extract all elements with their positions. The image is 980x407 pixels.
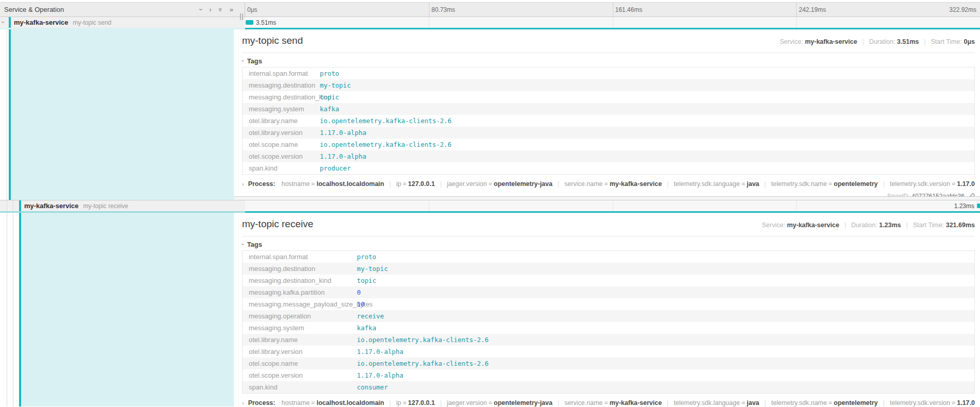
operation-name[interactable]: my-topic receive [83, 202, 128, 210]
tag-key: span.kind [243, 164, 320, 172]
tag-row[interactable]: messaging.message_payload_size_bytes 10 [243, 298, 974, 310]
process-value: 1.17.0 [957, 180, 975, 188]
tags-chevron-icon[interactable]: › [242, 58, 244, 64]
span-color-bar [9, 17, 11, 28]
span-row-send-name-cell[interactable]: › my-kafka-service my-topic send [0, 17, 245, 29]
tag-key: messaging.destination [243, 81, 320, 89]
process-value: opentelemetry [834, 180, 878, 188]
row-gridline [613, 17, 613, 28]
tag-row[interactable]: messaging.system kafka [243, 103, 974, 115]
service-name[interactable]: my-kafka-service [24, 202, 79, 210]
process-key: telemetry.sdk.version [890, 180, 950, 188]
span-detail-title[interactable]: my-topic send [242, 34, 303, 47]
span-detail-header[interactable]: my-topic receive Service: my-kafka-servi… [242, 217, 975, 232]
overview-value: my-kafka-service [787, 222, 839, 229]
tag-row[interactable]: messaging.operation receive [243, 310, 974, 322]
process-value: opentelemetry-java [494, 399, 553, 406]
tag-row[interactable]: messaging.kafka.partition 0 [243, 286, 974, 298]
tag-row[interactable]: span.kind consumer [243, 381, 974, 393]
process-chevron-icon[interactable]: › [242, 181, 244, 187]
tag-row[interactable]: otel.scope.name io.opentelemetry.kafka-c… [243, 139, 974, 150]
tag-row[interactable]: otel.scope.version 1.17.0-alpha [243, 369, 974, 381]
process-key: hostname [281, 180, 310, 188]
span-duration-bar[interactable] [246, 20, 253, 25]
column-resizer-handle[interactable] [240, 13, 243, 20]
overview-key: Duration: [851, 222, 878, 229]
tags-table: internal.span.format proto messaging.des… [242, 250, 975, 394]
span-row-receive-name-cell[interactable]: my-kafka-service my-topic receive [0, 200, 245, 213]
span-tree-fill [11, 29, 234, 200]
expand-all-icon[interactable]: » [230, 6, 233, 13]
span-detail-wrapper: my-topic receive Service: my-kafka-servi… [234, 213, 980, 406]
tag-value: io.opentelemetry.kafka-clients-2.6 [320, 141, 452, 148]
tag-row[interactable]: internal.span.format proto [243, 67, 974, 79]
tag-value: kafka [320, 105, 339, 113]
span-duration-bar[interactable] [977, 204, 980, 208]
tags-header[interactable]: › Tags [242, 57, 975, 65]
tag-value: proto [320, 70, 339, 77]
tag-value: kafka [357, 324, 376, 332]
span-detail-indent-rail [0, 29, 234, 200]
overview-item: Start Time: 321.69ms [901, 222, 975, 229]
span-duration-label: 3.51ms [256, 19, 276, 26]
process-value: my-kafka-service [610, 180, 662, 188]
children-collapse-chevron-icon[interactable]: › [2, 19, 4, 26]
expand-one-icon[interactable]: › [209, 6, 211, 13]
span-row-receive-timeline-cell[interactable]: 1.23ms [245, 200, 980, 213]
overview-key: Start Time: [931, 38, 962, 45]
process-row[interactable]: › Process: hostname=localhost.localdomai… [242, 398, 975, 406]
tags-title: Tags [247, 57, 262, 65]
tag-row[interactable]: otel.library.name io.opentelemetry.kafka… [243, 115, 974, 127]
process-row[interactable]: › Process: hostname=localhost.localdomai… [242, 179, 975, 189]
tag-value: receive [357, 312, 384, 320]
process-key: telemetry.sdk.name [771, 399, 827, 406]
row-gridline [429, 200, 429, 211]
tag-key: messaging.destination_kind [243, 277, 357, 284]
span-detail-title[interactable]: my-topic receive [242, 217, 313, 231]
tag-row[interactable]: messaging.system kafka [243, 322, 974, 334]
tag-value: 1.17.0-alpha [357, 371, 403, 379]
tags-chevron-icon[interactable]: › [242, 241, 244, 247]
tag-row[interactable]: messaging.destination my-topic [243, 79, 974, 91]
tags-header[interactable]: › Tags [242, 240, 975, 248]
tag-row[interactable]: otel.scope.name io.opentelemetry.kafka-c… [243, 358, 974, 369]
row-gridline [796, 200, 797, 211]
tag-value: 10 [357, 300, 365, 308]
tag-key: span.kind [243, 383, 357, 391]
deep-link-icon[interactable] [968, 193, 975, 197]
service-name[interactable]: my-kafka-service [14, 19, 68, 26]
tag-key: otel.library.version [243, 348, 357, 355]
span-row-receive[interactable]: my-kafka-service my-topic receive 1.23ms [0, 200, 980, 213]
tag-row[interactable]: internal.span.format proto [243, 251, 974, 263]
row-gridline [429, 17, 429, 28]
tag-row[interactable]: span.kind producer [243, 162, 974, 174]
process-item: hostname=localhost.localdomain [281, 180, 384, 188]
span-detail-row-receive: my-topic receive Service: my-kafka-servi… [0, 213, 980, 406]
tag-key: messaging.system [243, 105, 320, 113]
process-value: java [747, 399, 759, 406]
span-row-send-timeline-cell[interactable]: 3.51ms [245, 17, 980, 29]
operation-name[interactable]: my-topic send [73, 19, 112, 26]
span-detail-indent-rail [0, 213, 234, 406]
tag-row[interactable]: otel.library.version 1.17.0-alpha [243, 346, 974, 358]
timeline-collapser: › › » » [200, 6, 233, 13]
tag-row[interactable]: messaging.destination_kind topic [243, 91, 974, 103]
tag-row[interactable]: otel.library.version 1.17.0-alpha [243, 127, 974, 139]
process-item: jaeger.version=opentelemetry-java [435, 180, 552, 188]
detail-row-gap [234, 197, 980, 200]
tag-key: otel.library.version [243, 129, 320, 137]
tag-row[interactable]: messaging.destination my-topic [243, 263, 974, 275]
process-key: jaeger.version [447, 399, 487, 406]
tag-row[interactable]: otel.scope.version 1.17.0-alpha [243, 150, 974, 162]
span-detail-card-receive: my-topic receive Service: my-kafka-servi… [234, 213, 980, 406]
span-id-label: SpanID: [887, 193, 909, 197]
tag-row[interactable]: messaging.destination_kind topic [243, 275, 974, 286]
span-detail-header[interactable]: my-topic send Service: my-kafka-serviceD… [242, 34, 975, 48]
tag-row[interactable]: otel.library.name io.opentelemetry.kafka… [243, 334, 974, 346]
process-chevron-icon[interactable]: › [242, 400, 244, 406]
collapse-all-icon[interactable]: » [219, 6, 222, 13]
span-row-send[interactable]: › my-kafka-service my-topic send 3.51ms [0, 17, 980, 29]
collapse-one-icon[interactable]: › [200, 6, 202, 13]
tags-table: internal.span.format proto messaging.des… [242, 67, 975, 175]
tag-value: io.opentelemetry.kafka-clients-2.6 [357, 336, 489, 344]
